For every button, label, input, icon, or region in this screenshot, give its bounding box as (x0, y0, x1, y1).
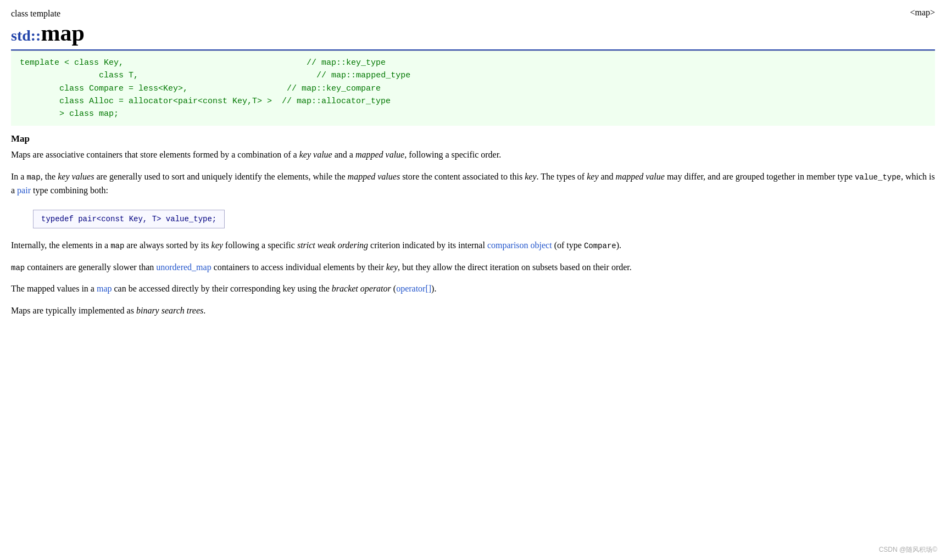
code-line5: > class map; (20, 109, 119, 119)
template-code-block: template < class Key, // map::key_type c… (11, 51, 935, 126)
title-prefix: std:: (11, 27, 41, 44)
typedef-box: typedef pair<const Key, T> value_type; (33, 210, 225, 228)
inline-code-value-type: value_type (855, 173, 901, 182)
code-line4: class Alloc = allocator<pair<const Key,T… (20, 97, 391, 106)
code-line1: template < class Key, // map::key_type (20, 58, 386, 68)
watermark: CSDN @随风积场© (879, 545, 937, 555)
pair-link[interactable]: pair (17, 186, 31, 195)
inline-code-map2: map (110, 242, 124, 250)
inline-code-compare: Compare (584, 242, 616, 250)
paragraph-3: Internally, the elements in a map are al… (11, 238, 935, 253)
map-link-inline[interactable]: map (97, 284, 112, 293)
main-content: Map Maps are associative containers that… (11, 126, 935, 317)
class-label: class template (11, 9, 935, 19)
comparison-object-link[interactable]: comparison object (487, 240, 552, 250)
code-line2: class T, // map::mapped_type (20, 71, 410, 80)
paragraph-2: In a map, the key values are generally u… (11, 170, 935, 198)
unordered-map-link[interactable]: unordered_map (156, 262, 211, 272)
paragraph-5: The mapped values in a map can be access… (11, 282, 935, 296)
code-line3: class Compare = less<Key>, // map::key_c… (20, 84, 381, 93)
paragraph-4: map containers are generally slower than… (11, 260, 935, 275)
title-main: map (41, 20, 84, 46)
inline-code-map3: map (11, 264, 25, 272)
inline-code-map1: map (26, 173, 40, 182)
map-ref-link[interactable]: <map> (910, 8, 935, 18)
section-heading-map: Map (11, 133, 935, 144)
paragraph-1: Maps are associative containers that sto… (11, 148, 935, 162)
main-title: std::map (11, 20, 935, 46)
operator-link[interactable]: operator[] (396, 284, 431, 293)
paragraph-6: Maps are typically implemented as binary… (11, 304, 935, 318)
